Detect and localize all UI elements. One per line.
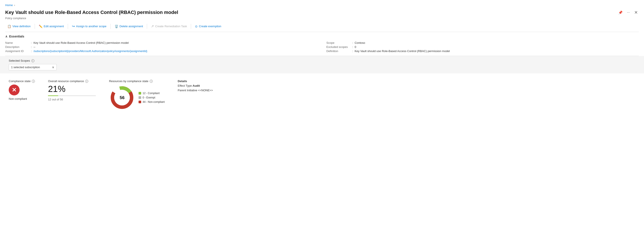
legend-exempt: 0 - Exempt [138, 96, 164, 99]
parent-initiative-label: Parent Initiative [178, 89, 198, 92]
parent-initiative-row: Parent Initiative <<NONE>> [178, 89, 213, 92]
assign-scope-label: Assign to another scope [76, 24, 106, 28]
view-definition-button[interactable]: 📋 View definition [5, 23, 33, 30]
non-compliant-swatch [138, 101, 141, 103]
close-icon[interactable]: ✕ [633, 9, 639, 16]
x-mark: ✕ [12, 87, 16, 94]
effect-type-value: Audit [192, 84, 200, 87]
chart-block: 56 12 - Compliant 0 - Exempt 44 - Non-co… [109, 84, 164, 111]
exempt-swatch [138, 96, 141, 99]
view-definition-icon: 📋 [8, 24, 11, 28]
toolbar: 📋 View definition ✏️ Edit assignment ↪ A… [5, 23, 639, 32]
non-compliant-icon: ✕ [9, 84, 20, 96]
field-scope: Scope : Contoso [326, 41, 639, 45]
essentials-grid: Name : Key Vault should use Role-Based A… [5, 41, 639, 53]
field-scope-value: Contoso [355, 41, 365, 44]
field-excluded-scopes-value: 0 [355, 45, 356, 48]
parent-initiative-value: <<NONE>> [198, 89, 213, 92]
field-assignment-id: Assignment ID : /subscriptions/{subscrip… [5, 49, 318, 53]
overall-compliance-title: Overall resource compliance i [48, 80, 96, 83]
resources-by-state-label: Resources by compliance state [109, 80, 148, 83]
delete-icon: 🗑️ [114, 24, 118, 28]
essentials-toggle[interactable]: ∧ Essentials [5, 35, 639, 38]
view-definition-label: View definition [12, 24, 31, 28]
field-name: Name : Key Vault should use Role-Based A… [5, 41, 318, 45]
effect-type-row: Effect Type Audit [178, 84, 213, 87]
toolbar-divider-4 [147, 24, 147, 29]
exempt-label: 0 - Exempt [142, 96, 155, 99]
field-excluded-scopes-label: Excluded scopes [326, 45, 350, 48]
chevron-down-icon: ∨ [52, 66, 54, 69]
toolbar-divider-5 [191, 24, 191, 29]
breadcrumb: Home › [5, 4, 639, 7]
page-subtitle: Policy compliance [5, 17, 639, 20]
compliance-bar-fill [48, 96, 58, 96]
scopes-label: Selected Scopes i [9, 59, 635, 62]
field-name-label: Name [5, 41, 29, 44]
delete-assignment-label: Delete assignment [120, 24, 143, 28]
scopes-label-text: Selected Scopes [9, 59, 30, 62]
metrics-section: Compliance state i ✕ Non-compliant Overa… [5, 74, 639, 117]
page-title: Key Vault should use Role-Based Access C… [5, 10, 615, 15]
details-title: Details [178, 80, 213, 83]
breadcrumb-separator: › [14, 4, 15, 7]
create-remediation-label: Create Remediation Task [155, 24, 187, 28]
overall-compliance-label: Overall resource compliance [48, 80, 84, 83]
field-name-value: Key Vault should use Role-Based Access C… [34, 41, 129, 44]
effect-type-label: Effect Type [178, 84, 192, 87]
details-block: Details Effect Type Audit Parent Initiat… [178, 80, 213, 92]
delete-assignment-button[interactable]: 🗑️ Delete assignment [112, 23, 145, 30]
donut-center-value: 56 [120, 95, 124, 100]
resources-by-state-block: Resources by compliance state i 5 [109, 80, 164, 111]
legend-non-compliant: 44 - Non-compliant [138, 100, 164, 104]
compliance-bar [48, 96, 96, 96]
compliant-swatch [138, 92, 141, 94]
scopes-info-icon[interactable]: i [31, 59, 34, 62]
donut-chart: 56 [109, 84, 135, 111]
compliant-label: 12 - Compliant [142, 92, 160, 95]
field-description: Description : -- [5, 45, 318, 49]
compliance-status: Non-compliant [9, 97, 35, 100]
field-definition-value: Key Vault should use Role-Based Access C… [355, 50, 450, 53]
exemption-icon: ⊙ [195, 24, 198, 28]
assign-scope-button[interactable]: ↪ Assign to another scope [70, 23, 108, 30]
create-remediation-button[interactable]: ↗ Create Remediation Task [149, 23, 189, 30]
resources-by-state-title: Resources by compliance state i [109, 80, 164, 83]
field-description-value: -- [34, 45, 36, 48]
essentials-title: Essentials [9, 35, 24, 38]
overall-compliance-percent: 21% [48, 84, 96, 93]
legend-compliant: 12 - Compliant [138, 92, 164, 95]
home-link[interactable]: Home [5, 4, 13, 7]
pin-icon[interactable]: 📌 [618, 10, 624, 16]
overall-compliance-info-icon[interactable]: i [85, 80, 88, 83]
edit-assignment-button[interactable]: ✏️ Edit assignment [36, 23, 66, 30]
scopes-section: Selected Scopes i 1 selected subscriptio… [0, 56, 644, 74]
remediation-icon: ↗ [151, 24, 154, 28]
essentials-section: ∧ Essentials Name : Key Vault should use… [5, 32, 639, 56]
compliance-state-block: Compliance state i ✕ Non-compliant [9, 80, 35, 100]
overall-compliance-detail: 12 out of 56 [48, 98, 96, 101]
essentials-chevron: ∧ [5, 35, 8, 38]
compliance-state-info-icon[interactable]: i [32, 80, 35, 83]
field-excluded-scopes: Excluded scopes : 0 [326, 45, 639, 49]
edit-icon: ✏️ [39, 24, 42, 28]
essentials-left: Name : Key Vault should use Role-Based A… [5, 41, 318, 53]
toolbar-divider-2 [68, 24, 68, 29]
assign-scope-icon: ↪ [72, 24, 75, 28]
create-exemption-button[interactable]: ⊙ Create exemption [193, 23, 224, 30]
field-assignment-id-value[interactable]: /subscriptions/{subscriptionId}/provider… [34, 50, 147, 53]
scope-dropdown[interactable]: 1 selected subscription ∨ [9, 64, 57, 70]
scope-dropdown-value: 1 selected subscription [11, 66, 40, 69]
compliance-state-label: Compliance state [9, 80, 30, 83]
toolbar-divider-3 [110, 24, 111, 29]
non-compliant-label: 44 - Non-compliant [142, 100, 164, 104]
overall-compliance-block: Overall resource compliance i 21% 12 out… [48, 80, 96, 101]
more-options-icon[interactable]: ··· [626, 10, 631, 15]
resources-by-state-info-icon[interactable]: i [150, 80, 153, 83]
chart-legend: 12 - Compliant 0 - Exempt 44 - Non-compl… [138, 92, 164, 104]
field-definition: Definition : Key Vault should use Role-B… [326, 49, 639, 53]
field-description-label: Description [5, 45, 29, 48]
field-definition-label: Definition [326, 50, 350, 53]
field-scope-label: Scope [326, 41, 350, 44]
create-exemption-label: Create exemption [199, 24, 221, 28]
